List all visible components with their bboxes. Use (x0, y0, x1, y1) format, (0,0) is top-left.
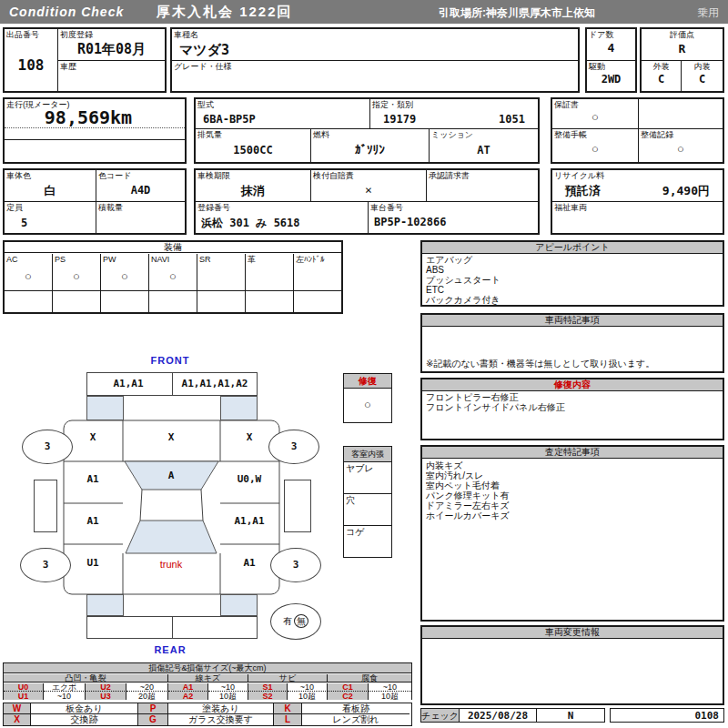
fuel-label: 燃料 (313, 130, 329, 139)
taillight-left (86, 594, 124, 616)
legend-code: A1 (168, 683, 208, 692)
color-code: A4D (96, 184, 185, 197)
drive-label: 駆動 (589, 62, 605, 71)
model-code-label: 型式 (197, 100, 214, 109)
equip-label-navi: NAVI (151, 255, 169, 264)
reg-no-label: 登録番号 (197, 203, 230, 212)
capacity: 5 (21, 217, 27, 229)
chassis-no: BP5P-102866 (374, 216, 446, 228)
warranty-mark: ○ (552, 110, 638, 124)
interior-label: 内装 (682, 62, 723, 71)
model-code: 6BA-BP5P (203, 113, 256, 126)
presence-no: 無 (294, 614, 308, 628)
mileage-box: 走行(現メーター) 98,569km (3, 97, 187, 164)
assessment-item-5: ドアミラー左右キズ (426, 500, 721, 511)
repair-flag-mark: ○ (344, 398, 391, 411)
logo: Condition Check (9, 5, 124, 19)
legend-desc: ~10 (208, 683, 248, 692)
check-date: 2025/08/28 (468, 710, 528, 722)
reg-no: 浜松 301 み 5618 (201, 216, 300, 231)
legend-group-dent: 凸凹・亀裂 (4, 674, 168, 682)
service-book-label: 整備手帳 (554, 130, 587, 139)
capacity-label: 定員 (6, 203, 23, 212)
rating-label: 評価点 (642, 30, 723, 39)
load-label: 積載量 (98, 203, 123, 212)
door-rear-left-mark: A1 (66, 515, 120, 527)
legend-code: A2 (168, 692, 208, 700)
trunk-mark: trunk (144, 559, 198, 570)
legend-code: U3 (86, 692, 126, 700)
check-inspector: N (568, 710, 574, 722)
equip-mark-ac: ○ (5, 269, 52, 283)
displacement: 1500CC (196, 144, 310, 157)
auction-sheet: Condition Check 厚木入札会 1222回 引取場所:神奈川県厚木市… (0, 0, 728, 728)
auction-title: 厚木入札会 1222回 (157, 4, 293, 21)
color-label: 車体色 (6, 171, 31, 180)
equip-label-leather: 革 (248, 255, 256, 264)
service-record-label: 整備記録 (641, 130, 673, 139)
vehicle-class: 乗用 (697, 5, 719, 21)
equip-label-ac: AC (6, 255, 18, 264)
check-inspector-cell: N (537, 708, 605, 723)
registration-box: 車検期限 抹消 検付自賠責 × 承認請求書 登録番号 浜松 301 み 5618… (194, 168, 540, 235)
check-number-cell: 0108 (610, 708, 724, 723)
grade-label: グレード・仕様 (174, 62, 232, 71)
door-front-left-mark: A1 (66, 473, 120, 485)
doors: 4 (587, 41, 635, 55)
model-label: 車種名 (174, 30, 198, 39)
legend-code: U0 (4, 683, 44, 692)
doors-drive-box: ドア数 4 駆動 2WD (585, 27, 637, 93)
appeal-item-5: バックカメラ付き (426, 295, 721, 305)
body-color: 白 (5, 183, 96, 199)
assessment-item-4: パンク修理キット有 (426, 490, 721, 500)
appeal-title: アピールポイント (422, 242, 723, 254)
changes-panel: 車両変更情報 (420, 625, 724, 705)
vehicle-notes-title: 車両特記事項 (422, 315, 723, 327)
quarter-right-mark: A1 (222, 557, 277, 569)
repair-flag-box: 修復 ○ (343, 373, 392, 423)
assessment-item-6: ホイールカバーキズ (426, 511, 721, 521)
mission-label: ミッション (431, 130, 473, 139)
legend-code-g: G (138, 714, 168, 725)
equip-label-lhd: 左ﾊﾝﾄﾞﾙ (296, 255, 325, 264)
interior-grade: C (682, 73, 723, 86)
repair-title: 修復内容 (422, 379, 723, 391)
legend-code-k: K (274, 703, 302, 714)
repair-legend: W 板金あり P 塗装あり K 看板跡 X 交換跡 G ガラス交換要す L レン… (3, 703, 412, 726)
taillight-right (220, 594, 258, 616)
color-box: 車体色 白 色コード A4D 定員 5 積載量 (3, 168, 187, 235)
rear-bumper (86, 616, 258, 639)
wheel-rear-right-mark: 3 (293, 559, 299, 571)
legend-code-w: W (4, 703, 31, 714)
presence-yes: 有 (283, 616, 292, 626)
legend-desc: ~10 (44, 692, 86, 700)
legend-group-corrosion: 腐食 (328, 674, 411, 682)
changes-title: 車両変更情報 (422, 627, 723, 639)
legend-desc: ~10 (288, 683, 328, 692)
class-no1: 19179 (383, 113, 416, 126)
mission: AT (430, 144, 538, 157)
rear-label: REAR (143, 644, 197, 655)
front-bumper-right-mark: A1,A1,A1,A2 (180, 378, 249, 389)
service-book-mark: ○ (552, 142, 638, 156)
repair-flag-title: 修復 (359, 376, 377, 386)
equip-mark-ps: ○ (53, 269, 100, 283)
legend-desc-p: 塗装あり (168, 703, 274, 714)
doors-label: ドア数 (589, 30, 613, 39)
model-box: 車種名 マツダ3 グレード・仕様 (170, 27, 580, 93)
check-date-cell: 2025/08/28 (460, 708, 537, 723)
legend-code: S2 (248, 692, 288, 700)
documents-box: 保証書 ○ 整備手帳 ○ 整備記録 ○ (551, 97, 724, 164)
headlight-right (220, 396, 258, 420)
warranty-label: 保証書 (554, 100, 579, 109)
rating-box: 評価点 R 外装 C 内装 C (640, 27, 724, 93)
wheel-rear-left-mark: 3 (43, 559, 49, 571)
legend-desc-x: 交換跡 (31, 714, 138, 725)
top-bar: Condition Check 厚木入札会 1222回 引取場所:神奈川県厚木市… (0, 0, 728, 24)
repair-panel: 修復内容 フロントピラー右修正 フロントインサイドパネル右修正 (420, 378, 724, 440)
legend-desc: ~10 (369, 683, 411, 692)
windshield-mark: A (144, 470, 198, 481)
front-label: FRONT (143, 355, 197, 366)
assessment-panel: 査定特記事項 内装キズ 室内汚れ/スレ 室内ペット毛付着 パンク修理キット有 ド… (420, 445, 724, 622)
legend-code-l: L (274, 714, 302, 725)
